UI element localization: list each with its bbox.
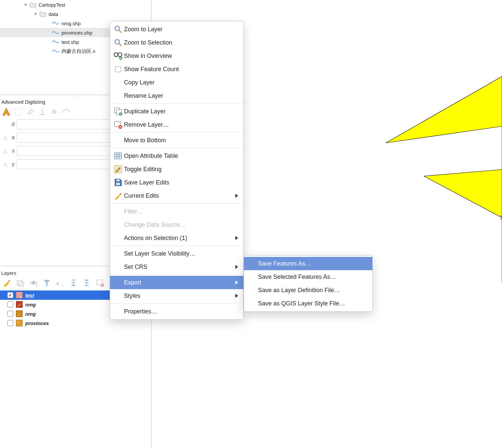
layer-name-label: nmg [25, 302, 36, 307]
cad-parallel-icon[interactable] [26, 107, 35, 116]
svg-point-9 [33, 282, 35, 284]
menu-item[interactable]: Save Layer Edits [110, 176, 243, 189]
menu-item[interactable]: Toggle Editing [110, 163, 243, 176]
delta-lock-icon[interactable]: △ [2, 161, 9, 167]
adv-input-label: y [9, 161, 15, 167]
svg-point-16 [114, 53, 118, 57]
shapefile-icon [52, 39, 60, 45]
svg-point-6 [54, 111, 55, 112]
layer-name-label: nmg [25, 311, 36, 317]
expression-filter-icon[interactable]: ε [56, 279, 64, 287]
menu-item-label: Properties… [124, 308, 238, 315]
menu-item-label: Set Layer Scale Visibility… [124, 250, 238, 257]
current-edits-icon [113, 192, 123, 200]
submenu-item[interactable]: Save Features As… [244, 257, 372, 270]
menu-item-label: Current Edits [124, 192, 235, 199]
submenu-arrow-icon [235, 294, 238, 298]
menu-icon-empty [113, 292, 123, 300]
menu-item[interactable]: Show in Overview [110, 49, 243, 62]
browser-item[interactable]: data [0, 9, 148, 19]
menu-icon-empty [113, 250, 123, 258]
delta-lock-icon[interactable]: △ [2, 135, 9, 141]
browser-item-label: provinces.shp [62, 30, 92, 36]
browser-item-label: CartopyTest [39, 2, 65, 8]
menu-item-label: Export [124, 279, 235, 286]
layer-visibility-checkbox[interactable] [7, 320, 13, 326]
menu-item[interactable]: Current Edits [110, 189, 243, 202]
layer-visibility-checkbox[interactable] [7, 301, 13, 307]
menu-item[interactable]: Zoom to Selection [110, 36, 243, 49]
filter-legend-icon[interactable] [43, 279, 51, 287]
browser-item-label: test.shp [62, 39, 79, 45]
checkbox-icon [113, 65, 123, 73]
menu-item-label: Rename Layer [124, 92, 238, 99]
submenu-item[interactable]: Save as Layer Definition File… [244, 283, 372, 297]
menu-item: Filter… [110, 205, 243, 218]
menu-item[interactable]: Properties… [110, 305, 243, 318]
layer-row[interactable]: provinces [0, 318, 148, 328]
menu-item[interactable]: Set CRS [110, 260, 243, 274]
menu-separator [110, 132, 243, 133]
overview-icon [113, 52, 123, 60]
cad-construction-icon[interactable] [14, 107, 23, 116]
menu-item[interactable]: Duplicate Layer [110, 105, 243, 118]
layer-symbol-swatch [16, 310, 23, 317]
table-icon [113, 152, 123, 160]
menu-icon-empty [247, 286, 257, 294]
menu-icon-empty [113, 279, 123, 286]
shapefile-icon [52, 48, 60, 54]
cad-snap-icon[interactable] [62, 107, 70, 116]
menu-item-label: Save Layer Edits [124, 179, 238, 186]
folder-icon [29, 2, 37, 8]
svg-rect-28 [116, 179, 119, 181]
expand-all-icon[interactable] [69, 279, 78, 287]
menu-item[interactable]: Copy Layer [110, 76, 243, 89]
remove-layer-icon[interactable] [96, 279, 104, 287]
menu-item-label: Actions on Selection (1) [124, 235, 235, 242]
collapse-all-icon[interactable] [82, 279, 91, 287]
menu-item[interactable]: Actions on Selection (1) [110, 231, 243, 245]
menu-item[interactable]: Remove Layer… [110, 118, 243, 131]
adv-input-label: d [9, 121, 15, 127]
menu-item[interactable]: Zoom to Layer [110, 23, 243, 36]
menu-item-label: Zoom to Selection [124, 39, 238, 46]
layer-visibility-checkbox[interactable] [7, 311, 13, 317]
add-group-icon[interactable] [16, 279, 25, 287]
remove-icon [113, 121, 123, 129]
menu-item[interactable]: Show Feature Count [110, 62, 243, 76]
cad-enable-icon[interactable] [2, 107, 11, 116]
layer-styling-icon[interactable] [3, 279, 11, 287]
manage-visibility-icon[interactable] [29, 279, 38, 287]
menu-item[interactable]: Rename Layer [110, 89, 243, 102]
menu-item[interactable]: Open Attribute Table [110, 149, 243, 163]
adv-input-label: x [9, 148, 15, 154]
menu-item-label: Styles [124, 292, 235, 299]
layer-visibility-checkbox[interactable]: ✓ [7, 292, 13, 298]
svg-rect-7 [17, 281, 22, 285]
menu-item-label: Show in Overview [124, 53, 238, 59]
menu-item-label: Remove Layer… [124, 121, 238, 128]
menu-separator [110, 103, 243, 104]
export-submenu: Save Features As… Save Selected Features… [244, 255, 373, 312]
menu-item[interactable]: Styles [110, 289, 243, 302]
menu-item[interactable]: Move to Bottom [110, 134, 243, 147]
menu-icon-empty [247, 273, 257, 281]
browser-item[interactable]: CartopyTest [0, 0, 148, 9]
submenu-item-label: Save Features As… [258, 260, 367, 267]
delta-lock-icon[interactable]: △ [2, 148, 9, 154]
menu-icon-empty [113, 307, 123, 315]
menu-item[interactable]: Set Layer Scale Visibility… [110, 247, 243, 260]
zoom-select-icon [113, 39, 123, 47]
cad-perpendicular-icon[interactable] [38, 107, 47, 116]
menu-item[interactable]: Export [110, 276, 243, 289]
menu-item-label: Copy Layer [124, 79, 238, 86]
disclosure-triangle-icon[interactable] [23, 2, 28, 7]
disclosure-triangle-icon[interactable] [33, 12, 38, 16]
submenu-arrow-icon [235, 280, 238, 284]
svg-rect-24 [119, 127, 122, 127]
browser-item-label: 内蒙古自治区.s [62, 48, 95, 55]
shapefile-icon [52, 20, 60, 26]
cad-settings-icon[interactable] [50, 107, 59, 116]
submenu-item[interactable]: Save as QGIS Layer Style File… [244, 297, 372, 310]
submenu-item[interactable]: Save Selected Features As… [244, 270, 372, 283]
